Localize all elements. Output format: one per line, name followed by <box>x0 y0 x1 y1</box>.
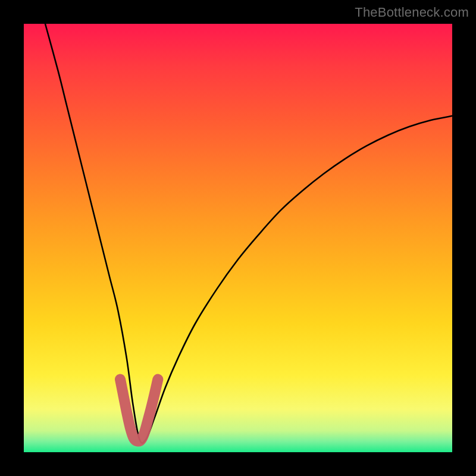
chart-frame: TheBottleneck.com <box>0 0 476 476</box>
chart-svg <box>24 24 452 452</box>
watermark-text: TheBottleneck.com <box>355 5 469 20</box>
emphasis-dip <box>120 380 158 441</box>
plot-area <box>24 24 452 452</box>
main-curve <box>45 24 452 443</box>
